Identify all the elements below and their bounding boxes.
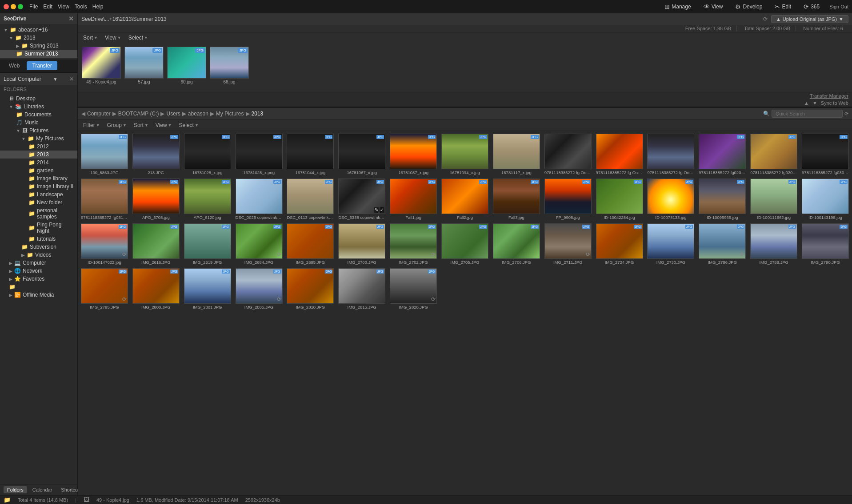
- breadcrumb-drive[interactable]: BOOTCAMP (C:): [118, 111, 159, 117]
- photo-cell[interactable]: JPG ⟳ IMG_2684.JPG: [234, 222, 284, 266]
- photo-cell[interactable]: 9781118385272 fg Online 1...: [595, 133, 644, 176]
- photo-cell[interactable]: JPG ✎✓ DSC_5338 copiewtmk.jpg: [337, 178, 387, 221]
- photo-cell[interactable]: JPG 16781087_x.jpg: [388, 133, 438, 176]
- photo-cell[interactable]: JPG ID-100111662.jpg: [749, 178, 799, 221]
- breadcrumb-computer[interactable]: Computer: [87, 111, 111, 117]
- tree-item-abeason[interactable]: ▼ 📁 abeason+16: [0, 26, 77, 34]
- sidebar-item-mypictures[interactable]: ▼ 📁 My Pictures: [0, 135, 77, 143]
- maximize-window-button[interactable]: [18, 4, 23, 9]
- photo-cell[interactable]: 9781118385272 fg Online 1...: [646, 133, 696, 176]
- select-button[interactable]: Select ▼: [177, 122, 200, 129]
- photo-cell[interactable]: JPG IMG_2706.JPG: [492, 222, 541, 266]
- photo-cell[interactable]: JPG ID-10095965.jpg: [697, 178, 747, 221]
- sidebar-item-computer[interactable]: ▶ 💻 Computer: [0, 259, 77, 267]
- photo-cell[interactable]: JPG ⟳ IMG_2702.JPG: [388, 222, 438, 266]
- 365-button[interactable]: ⟳ 365: [801, 2, 822, 11]
- photo-cell[interactable]: JPG 9781118385272 fg0312.jpg: [80, 178, 129, 221]
- sidebar-item-documents[interactable]: 📁 Documents: [0, 111, 77, 119]
- sidebar-item-2013[interactable]: 📁 2013: [0, 151, 77, 159]
- sort-button[interactable]: Sort ▼: [132, 122, 150, 129]
- photo-cell[interactable]: JPG APO_5708.jpg: [131, 178, 181, 221]
- transfer-manager-link[interactable]: Transfer Manager: [810, 93, 848, 99]
- photo-cell[interactable]: JPG IMG_2616.JPG: [131, 222, 181, 266]
- photo-cell[interactable]: JPG ⟳ IMG_2805.JPG: [234, 267, 284, 310]
- nav-up-icon[interactable]: ▲: [804, 100, 809, 106]
- photo-cell[interactable]: JPG IMG_2790.JPG: [800, 222, 850, 266]
- photo-cell[interactable]: JPG ⟳ IMG_2820.JPG: [388, 267, 438, 310]
- photo-cell[interactable]: 9781118385272 fg Online 0...: [543, 133, 593, 176]
- photo-cell[interactable]: JPG IMG_2724.JPG: [595, 222, 644, 266]
- photo-cell[interactable]: JPG Fall2.jpg: [440, 178, 490, 221]
- local-close-button[interactable]: ✕: [69, 76, 74, 82]
- photo-cell[interactable]: JPG APO_6120.jpg: [183, 178, 232, 221]
- menu-view[interactable]: View: [58, 4, 69, 10]
- sidebar-item-libraries[interactable]: ▼ 📚 Libraries: [0, 103, 77, 111]
- view-button[interactable]: 👁 View: [701, 2, 726, 11]
- sd-thumb-2[interactable]: JPG 60.jpg: [167, 47, 207, 88]
- sign-out-button[interactable]: Sign Out: [829, 4, 848, 9]
- sidebar-item-2012[interactable]: 📁 2012: [0, 143, 77, 151]
- photo-cell[interactable]: JPG IMG_2815.JPG: [337, 267, 387, 310]
- sd-thumb-1[interactable]: JPG 57.jpg: [124, 47, 164, 88]
- sidebar-item-pictures[interactable]: ▼ 🖼 Pictures: [0, 127, 77, 135]
- photo-cell[interactable]: JPG 16781028_x.png: [234, 133, 284, 176]
- photo-cell[interactable]: JPG IMG_2800.JPG: [131, 267, 181, 310]
- filter-button[interactable]: Filter ▼: [81, 122, 102, 129]
- sidebar-item-music[interactable]: 🎵 Music: [0, 119, 77, 127]
- edit-button[interactable]: ✂ Edit: [772, 2, 794, 11]
- photo-cell[interactable]: JPG 100_8863.JPG: [80, 133, 129, 176]
- nav-down-icon[interactable]: ▼: [812, 100, 817, 106]
- sidebar-item-landscape[interactable]: 📁 Landscape: [0, 190, 77, 198]
- sd-thumb-3[interactable]: JPG 66.jpg: [209, 47, 249, 88]
- sd-thumb-0[interactable]: JPG 49 - Kopie4.jpg: [81, 47, 121, 88]
- view-button[interactable]: View ▼: [154, 122, 174, 129]
- photo-cell[interactable]: JPG 16781094_x.jpg: [440, 133, 490, 176]
- photo-cell[interactable]: JPG ID-100143198.jpg: [800, 178, 850, 221]
- sidebar-item-offline[interactable]: ▶ 📴 Offline Media: [0, 291, 77, 299]
- tab-folders[interactable]: Folders: [4, 486, 27, 493]
- photo-cell[interactable]: JPG 9781118385272 fg0206.jpg: [697, 133, 747, 176]
- photo-cell[interactable]: JPG IMG_2810.JPG: [285, 267, 335, 310]
- sidebar-item-garden[interactable]: 📁 garden: [0, 167, 77, 175]
- sidebar-item-imagelibrary2[interactable]: 📁 image Library ii: [0, 183, 77, 190]
- minimize-window-button[interactable]: [11, 4, 16, 9]
- photo-cell[interactable]: JPG IMG_2801.JPG: [183, 267, 232, 310]
- local-computer-header[interactable]: Local Computer ▼ ✕: [0, 73, 77, 85]
- tab-web[interactable]: Web: [4, 61, 25, 70]
- sidebar-item-pingpong[interactable]: 📁 Ping Pong Night: [0, 221, 77, 235]
- photo-cell[interactable]: JPG ⟳ IMG_2795.JPG: [80, 267, 129, 310]
- group-button[interactable]: Group ▼: [105, 122, 128, 129]
- sidebar-item-desktop[interactable]: 🖥 Desktop: [0, 95, 77, 103]
- photo-cell[interactable]: JPG DSC_0113 copiewtmk.jpg: [285, 178, 335, 221]
- photo-cell[interactable]: JPG ⟳ IMG_2786.JPG: [697, 222, 747, 266]
- tree-item-2013[interactable]: ▼ 📁 2013: [0, 34, 77, 42]
- sd-view-button[interactable]: View ▼: [103, 34, 123, 41]
- develop-button[interactable]: ⚙ Develop: [732, 2, 765, 11]
- menu-edit[interactable]: Edit: [43, 4, 52, 10]
- photo-cell[interactable]: JPG 9781118385272 fg0306.jpg: [800, 133, 850, 176]
- photo-cell[interactable]: JPG 9781118385272 fg0207.jpg: [749, 133, 799, 176]
- menu-help[interactable]: Help: [92, 4, 104, 10]
- photo-cell[interactable]: JPG Fall1.jpg: [388, 178, 438, 221]
- refresh-button[interactable]: ⟳: [763, 16, 768, 22]
- tree-item-spring2013[interactable]: ▶ 📁 Spring 2013: [0, 42, 77, 50]
- sd-sort-button[interactable]: Sort ▼: [81, 34, 100, 41]
- photo-cell[interactable]: JPG IMG_2730.JPG: [646, 222, 696, 266]
- menu-file[interactable]: File: [29, 4, 38, 10]
- photo-cell[interactable]: JPG ⟳ IMG_2711.JPG: [543, 222, 593, 266]
- breadcrumb-user[interactable]: abeason: [188, 111, 208, 117]
- nav-back-icon[interactable]: ◀: [81, 111, 85, 117]
- seedrive-close-button[interactable]: ✕: [68, 15, 74, 22]
- photo-cell[interactable]: JPG 213.JPG: [131, 133, 181, 176]
- photo-cell[interactable]: JPG 16781028_x.jpg: [183, 133, 232, 176]
- photo-cell[interactable]: JPG 16781044_x.jpg: [285, 133, 335, 176]
- sidebar-item-newfolder[interactable]: 📁 New folder: [0, 198, 77, 206]
- photo-cell[interactable]: JPG ⟳ ID-100147022.jpg: [80, 222, 129, 266]
- sidebar-item-favorites[interactable]: ▶ ⭐ Favorites: [0, 275, 77, 283]
- menu-tools[interactable]: Tools: [75, 4, 87, 10]
- sd-select-button[interactable]: Select ▼: [127, 34, 150, 41]
- photo-cell[interactable]: JPG FP_9908.jpg: [543, 178, 593, 221]
- photo-cell[interactable]: JPG IMG_2619.JPG: [183, 222, 232, 266]
- quick-search-input[interactable]: [772, 110, 843, 118]
- breadcrumb-mypictures[interactable]: My Pictures: [216, 111, 244, 117]
